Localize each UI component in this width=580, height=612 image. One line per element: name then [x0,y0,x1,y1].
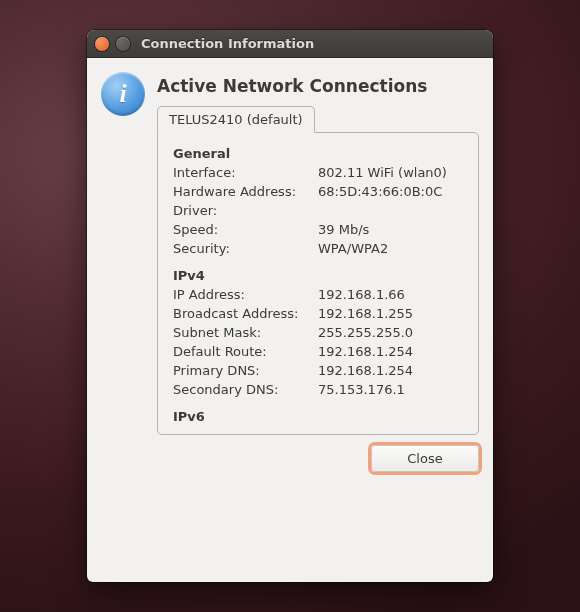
page-title: Active Network Connections [157,76,479,96]
titlebar[interactable]: Connection Information [87,30,493,58]
close-icon[interactable] [95,37,109,51]
general-table: Interface:802.11 WiFi (wlan0) Hardware A… [173,163,463,258]
tab-connection[interactable]: TELUS2410 (default) [157,106,315,133]
ipv4-table: IP Address:192.168.1.66 Broadcast Addres… [173,285,463,399]
info-icon: i [101,72,145,116]
value-speed: 39 Mb/s [318,220,463,239]
section-ipv6-title: IPv6 [173,409,463,424]
section-ipv4-title: IPv4 [173,268,463,283]
tab-bar: TELUS2410 (default) [157,106,479,133]
dialog-window: Connection Information i Active Network … [87,30,493,582]
label-pdns: Primary DNS: [173,361,318,380]
label-speed: Speed: [173,220,318,239]
label-route: Default Route: [173,342,318,361]
label-sdns: Secondary DNS: [173,380,318,399]
value-mask: 255.255.255.0 [318,323,463,342]
label-driver: Driver: [173,201,318,220]
close-button[interactable]: Close [371,445,479,472]
label-hwaddr: Hardware Address: [173,182,318,201]
label-interface: Interface: [173,163,318,182]
value-interface: 802.11 WiFi (wlan0) [318,163,463,182]
section-general-title: General [173,146,463,161]
connection-panel: General Interface:802.11 WiFi (wlan0) Ha… [157,132,479,435]
dialog-content: i Active Network Connections TELUS2410 (… [87,58,493,582]
value-route: 192.168.1.254 [318,342,463,361]
label-ip: IP Address: [173,285,318,304]
minimize-icon[interactable] [116,37,130,51]
label-mask: Subnet Mask: [173,323,318,342]
value-ip: 192.168.1.66 [318,285,463,304]
value-security: WPA/WPA2 [318,239,463,258]
value-pdns: 192.168.1.254 [318,361,463,380]
value-driver [318,201,463,220]
label-security: Security: [173,239,318,258]
label-bcast: Broadcast Address: [173,304,318,323]
button-row: Close [101,445,479,472]
value-hwaddr: 68:5D:43:66:0B:0C [318,182,463,201]
value-sdns: 75.153.176.1 [318,380,463,399]
value-bcast: 192.168.1.255 [318,304,463,323]
window-title: Connection Information [141,36,314,51]
